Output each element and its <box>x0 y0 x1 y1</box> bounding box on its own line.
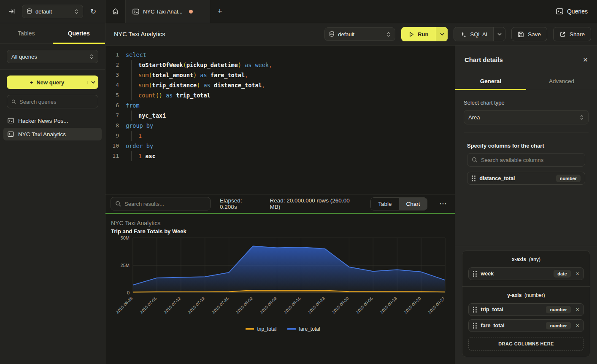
search-icon <box>472 157 478 163</box>
queries-button[interactable]: Queries <box>556 8 588 15</box>
chevron-down-icon <box>440 33 444 36</box>
tab-general[interactable]: General <box>455 72 526 90</box>
column-type-badge: date <box>554 270 571 278</box>
line-number: 8 <box>110 121 119 131</box>
run-options-chevron[interactable] <box>436 27 448 41</box>
column-type-badge: number <box>556 175 581 182</box>
tab-modified-dot <box>189 10 193 13</box>
close-icon[interactable]: × <box>583 56 588 64</box>
line-number: 1 <box>110 50 119 60</box>
column-card-fare_total[interactable]: fare_totalnumber× <box>468 319 584 332</box>
line-number: 7 <box>110 111 119 121</box>
query-list-item[interactable]: Hacker News Pos... <box>3 114 102 127</box>
column-card-distance_total[interactable]: distance_totalnumber <box>467 172 585 185</box>
legend-item-fare_total[interactable]: fare_total <box>287 326 320 332</box>
code-line: 91 <box>110 131 455 141</box>
chevron-down-icon <box>91 81 95 84</box>
code-text: sum(trip_distance) as distance_total, <box>126 80 265 90</box>
save-button[interactable]: Save <box>511 27 547 41</box>
view-toggle: Table Chart <box>370 197 427 210</box>
chart-type-select[interactable]: Area <box>464 110 589 124</box>
column-type-badge: number <box>546 306 570 313</box>
search-columns-box[interactable] <box>467 153 585 167</box>
refresh-icon[interactable]: ↻ <box>87 5 99 17</box>
drag-handle-icon[interactable] <box>472 175 475 181</box>
updown-icon <box>74 9 78 14</box>
updown-icon <box>89 54 94 59</box>
legend-item-trip_total[interactable]: trip_total <box>246 326 276 332</box>
drag-handle-icon[interactable] <box>473 307 477 313</box>
new-query-button[interactable]: +New query <box>7 75 98 89</box>
elapsed-time: Elapsed: 0.208s <box>220 197 260 210</box>
query-search-section <box>0 89 105 110</box>
legend-swatch <box>246 328 254 330</box>
results-toolbar: Elapsed: 0.208s Read: 20,000,000 rows (2… <box>105 194 455 213</box>
workspace: NYC Taxi Analytics default Run <box>105 23 597 364</box>
chart-svg: 025M50M2015-06-282015-07-052015-07-12201… <box>111 235 448 324</box>
remove-column-icon[interactable]: × <box>575 322 580 329</box>
line-number: 9 <box>110 131 119 141</box>
drag-columns-drop-zone[interactable]: DRAG COLUMNS HERE <box>468 337 584 351</box>
code-text: 1 <box>126 131 142 141</box>
tab-queries[interactable]: Queries <box>53 23 105 43</box>
x-axis-block: x-axis (any) weekdate× <box>462 251 590 286</box>
indent-guide <box>131 70 138 80</box>
code-text: group by <box>126 121 153 131</box>
x-axis-label: 2015-09-20 <box>403 296 422 314</box>
search-results-box[interactable] <box>111 197 211 210</box>
search-columns-input[interactable] <box>481 157 581 163</box>
legend-label: trip_total <box>257 326 276 332</box>
tab-label: NYC Taxi Anal... <box>143 8 183 15</box>
remove-column-icon[interactable]: × <box>575 270 580 277</box>
share-button[interactable]: Share <box>553 27 591 41</box>
new-query-dropdown-chevron[interactable] <box>87 81 98 84</box>
code-text: sum(total_amount) as fare_total, <box>126 70 248 80</box>
rows-read: Read: 20,000,000 rows (260.00 MB) <box>270 197 362 210</box>
search-results-input[interactable] <box>124 201 206 207</box>
code-line: 2toStartOfWeek(pickup_datetime) as week, <box>110 60 455 70</box>
drag-handle-icon[interactable] <box>473 271 477 277</box>
column-card-trip_total[interactable]: trip_totalnumber× <box>468 303 584 316</box>
tab-nyc-taxi-analytics[interactable]: NYC Taxi Anal... <box>126 0 210 23</box>
view-toggle-table[interactable]: Table <box>371 198 399 210</box>
x-axis-label: 2015-08-23 <box>307 296 326 314</box>
query-list-item[interactable]: NYC Taxi Analytics <box>3 128 102 140</box>
search-queries-input[interactable] <box>19 99 94 105</box>
new-query-section: +New query <box>0 70 105 89</box>
play-icon <box>409 32 414 37</box>
search-queries-box[interactable] <box>7 95 98 108</box>
run-database-selector[interactable]: default <box>324 27 395 41</box>
indent-guide <box>131 90 138 100</box>
remove-column-icon[interactable]: × <box>575 306 580 313</box>
tab-advanced[interactable]: Advanced <box>526 72 597 90</box>
all-queries-dropdown[interactable]: All queries <box>7 50 98 63</box>
indent-guide <box>131 60 138 70</box>
updown-icon <box>386 32 391 37</box>
database-selector[interactable]: default <box>22 5 83 18</box>
new-tab-button[interactable]: + <box>210 0 230 23</box>
column-card-week[interactable]: weekdate× <box>468 267 584 280</box>
drag-handle-icon[interactable] <box>473 323 477 329</box>
divider <box>464 132 589 132</box>
run-button[interactable]: Run <box>401 27 448 41</box>
sql-ai-chevron[interactable] <box>493 27 505 41</box>
columns-section-label: Specify columns for the chart <box>467 143 585 149</box>
y-axis-columns: trip_totalnumber×fare_totalnumber× <box>468 303 584 332</box>
more-options-icon[interactable]: ⋯ <box>437 199 450 208</box>
panel-header: Chart details × <box>455 46 597 72</box>
x-axis-label: 2015-08-30 <box>331 296 350 314</box>
sql-ai-button[interactable]: SQL AI <box>454 27 505 41</box>
home-tab[interactable] <box>105 0 126 23</box>
y-axis-hint: (number) <box>524 292 545 298</box>
tab-tables[interactable]: Tables <box>0 23 53 43</box>
area-chart[interactable]: 025M50M2015-06-282015-07-052015-07-12201… <box>111 235 455 325</box>
x-axis-hint: (any) <box>529 256 540 262</box>
save-icon <box>518 31 524 38</box>
line-number: 4 <box>110 80 119 90</box>
queries-icon <box>556 8 563 15</box>
y-axis-block: y-axis (number) trip_totalnumber×fare_to… <box>462 286 590 357</box>
sql-editor[interactable]: 1select2toStartOfWeek(pickup_datetime) a… <box>105 46 455 194</box>
workspace-body: 1select2toStartOfWeek(pickup_datetime) a… <box>105 46 597 364</box>
view-toggle-chart[interactable]: Chart <box>399 198 427 210</box>
collapse-sidebar-icon[interactable] <box>6 5 18 17</box>
